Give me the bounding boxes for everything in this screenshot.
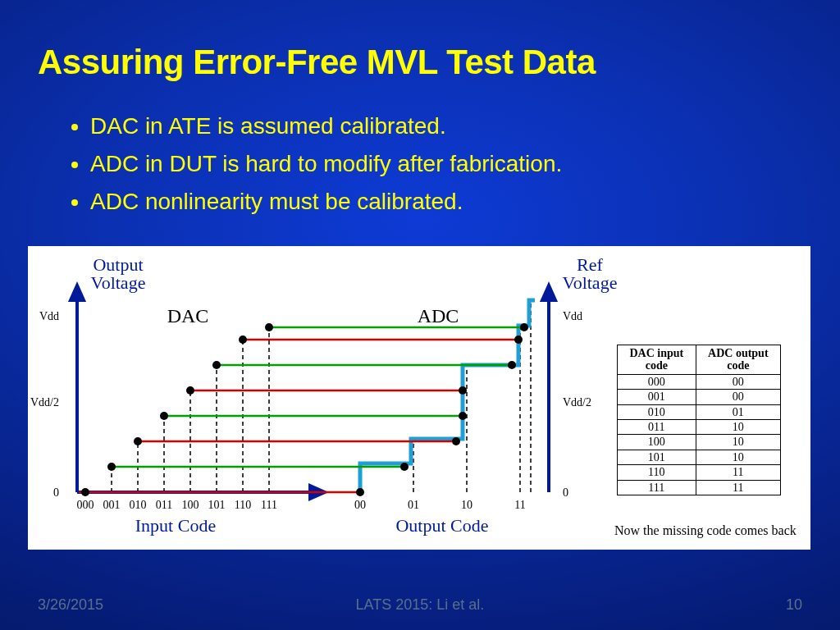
dac-xtick: 001 — [103, 499, 121, 511]
svg-point-33 — [265, 323, 273, 331]
ytick-r: 0 — [563, 486, 568, 499]
svg-point-34 — [356, 488, 364, 496]
y-axis-label-bot: Voltage — [91, 272, 146, 293]
ytick: 0 — [53, 486, 59, 499]
svg-point-38 — [459, 386, 467, 395]
adc-xtick: 10 — [461, 499, 472, 511]
footer-center: LATS 2015: Li et al. — [0, 596, 840, 614]
dac-xtick: 010 — [130, 499, 147, 511]
table-header: DAC input code — [618, 345, 696, 375]
svg-point-40 — [514, 336, 523, 344]
svg-marker-1 — [71, 285, 84, 300]
slide-title: Assuring Error-Free MVL Test Data — [38, 43, 596, 82]
bullet-item: ADC in DUT is hard to modify after fabri… — [90, 151, 562, 177]
bullet-item: DAC in ATE is assumed calibrated. — [90, 113, 562, 139]
dac-label: DAC — [167, 305, 209, 326]
bullet-item: ADC nonlinearity must be calibrated. — [90, 189, 562, 215]
adc-label: ADC — [418, 305, 459, 326]
svg-point-28 — [134, 437, 142, 445]
table-row: 10110 — [618, 450, 781, 464]
ytick: Vdd/2 — [30, 396, 59, 409]
svg-point-31 — [212, 361, 221, 369]
svg-point-35 — [400, 463, 409, 471]
xaxis-label-left: Input Code — [135, 515, 216, 536]
dac-xtick: 000 — [77, 499, 94, 511]
table-row: 11011 — [618, 465, 781, 480]
table-row: 01110 — [618, 419, 781, 434]
table-caption: Now the missing code comes back — [614, 523, 797, 538]
figure-panel: Output Voltage Ref Voltage DAC ADC — [28, 246, 810, 550]
slide: Assuring Error-Free MVL Test Data DAC in… — [0, 0, 840, 630]
dac-xtick: 111 — [261, 499, 277, 511]
ytick-r: Vdd/2 — [563, 396, 591, 409]
table-row: 01001 — [618, 404, 781, 419]
svg-point-26 — [81, 488, 89, 496]
code-table: DAC input code ADC output code 00000 001… — [617, 345, 781, 495]
dac-xtick: 110 — [235, 499, 251, 511]
svg-point-29 — [160, 412, 168, 420]
footer-page-number: 10 — [786, 596, 802, 614]
table-row: 11111 — [618, 480, 781, 495]
table-row: 10010 — [618, 435, 781, 450]
adc-xtick: 00 — [354, 499, 366, 511]
adc-xtick: 11 — [514, 499, 525, 511]
svg-point-39 — [508, 361, 516, 369]
table-header: ADC output code — [696, 345, 780, 375]
svg-point-27 — [107, 463, 116, 471]
ytick-r: Vdd — [563, 310, 582, 322]
bullet-list: DAC in ATE is assumed calibrated. ADC in… — [67, 113, 562, 226]
svg-point-36 — [452, 437, 460, 445]
table-row: 00100 — [618, 390, 781, 404]
xaxis-label-right: Output Code — [395, 515, 488, 536]
ytick: Vdd — [39, 310, 59, 322]
svg-point-32 — [239, 336, 247, 344]
dac-xtick: 011 — [156, 499, 172, 511]
svg-point-37 — [459, 412, 467, 420]
table-row: 00000 — [618, 374, 781, 389]
svg-marker-5 — [542, 285, 555, 300]
ref-label-bot: Voltage — [563, 272, 618, 293]
adc-xtick: 01 — [408, 499, 419, 511]
dac-xtick: 100 — [182, 499, 199, 511]
svg-point-41 — [520, 323, 528, 331]
svg-point-30 — [186, 386, 194, 395]
dac-xtick: 101 — [208, 499, 226, 511]
